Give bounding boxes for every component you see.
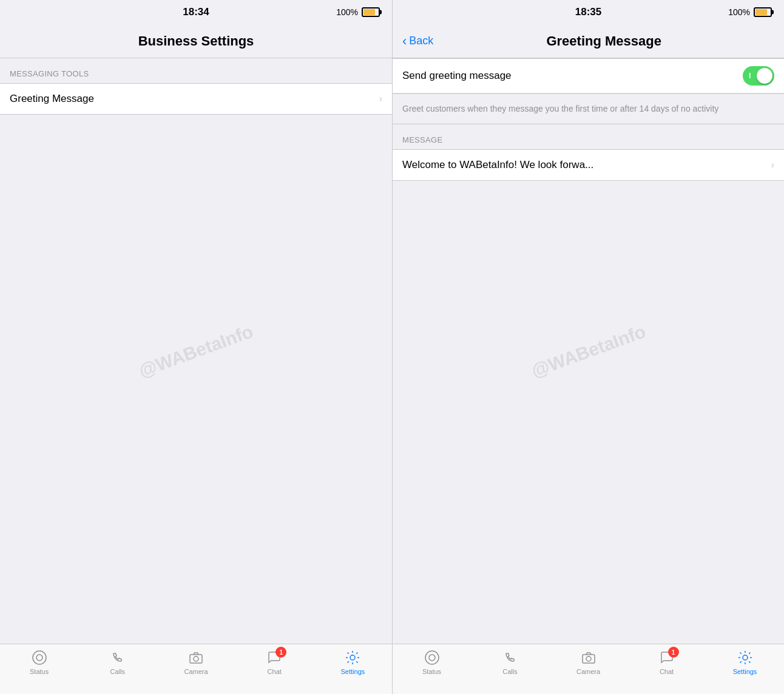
back-label: Back [409, 35, 433, 47]
back-chevron-icon: ‹ [402, 35, 407, 48]
right-watermark: @WABetaInfo [529, 321, 648, 382]
left-battery-fill [363, 9, 375, 15]
right-tab-camera-label: Camera [576, 668, 600, 675]
right-tab-settings[interactable]: Settings [706, 649, 784, 675]
left-camera-icon [188, 649, 204, 666]
left-tab-status-label: Status [30, 668, 49, 675]
right-tab-status-label: Status [422, 668, 441, 675]
right-settings-icon [737, 649, 754, 666]
left-status-icon [31, 649, 48, 666]
right-tab-chat[interactable]: 1 Chat [627, 649, 706, 675]
toggle-section: Send greeting message I [393, 58, 784, 94]
message-preview-chevron: › [771, 160, 774, 170]
left-tab-chat-label: Chat [268, 668, 282, 675]
svg-point-6 [429, 655, 435, 661]
right-battery-icon [754, 7, 772, 17]
left-tab-settings[interactable]: Settings [314, 649, 392, 675]
left-nav-bar: Business Settings [0, 24, 392, 58]
left-battery-percent: 100% [336, 7, 358, 17]
left-list-container: Greeting Message › [0, 83, 392, 115]
left-chat-icon: 1 [266, 649, 283, 666]
left-calls-icon [109, 649, 126, 666]
right-time: 18:35 [405, 6, 772, 18]
toggle-i-label: I [749, 72, 751, 80]
right-tab-status[interactable]: Status [393, 649, 471, 675]
greeting-message-label: Greeting Message [10, 93, 379, 105]
right-nav-title: Greeting Message [433, 33, 774, 49]
svg-point-0 [33, 651, 46, 664]
right-nav-bar: ‹ Back Greeting Message [393, 24, 784, 58]
svg-rect-7 [583, 655, 595, 663]
left-status-bar: 18:34 100% [0, 0, 392, 24]
send-greeting-label: Send greeting message [402, 70, 743, 82]
left-nav-title: Business Settings [10, 33, 382, 49]
left-screen: 18:34 100% Business Settings @WABetaInfo… [0, 0, 392, 694]
toggle-knob [757, 68, 772, 84]
left-settings-icon [344, 649, 361, 666]
svg-point-5 [425, 651, 439, 664]
left-tab-calls[interactable]: Calls [78, 649, 157, 675]
left-battery-icon [362, 7, 380, 17]
left-watermark: @WABetaInfo [136, 321, 255, 382]
svg-point-8 [586, 656, 591, 661]
left-tab-camera[interactable]: Camera [157, 649, 235, 675]
greeting-message-row[interactable]: Greeting Message › [0, 84, 392, 114]
right-status-icon [424, 649, 441, 666]
message-list-container: Welcome to WABetaInfo! We look forwa... … [393, 149, 784, 181]
left-content: @WABetaInfo MESSAGING TOOLS Greeting Mes… [0, 58, 392, 644]
right-chat-icon: 1 [658, 649, 675, 666]
left-status-right: 100% [336, 7, 380, 17]
svg-rect-2 [190, 655, 202, 663]
svg-point-3 [194, 656, 198, 661]
right-tab-chat-label: Chat [660, 668, 674, 675]
right-tab-calls[interactable]: Calls [471, 649, 549, 675]
greeting-message-chevron: › [379, 93, 382, 104]
right-tab-camera[interactable]: Camera [549, 649, 627, 675]
left-tab-settings-label: Settings [341, 668, 365, 675]
right-battery-percent: 100% [728, 7, 750, 17]
message-preview-row[interactable]: Welcome to WABetaInfo! We look forwa... … [393, 150, 784, 180]
svg-point-1 [36, 655, 42, 661]
right-tab-calls-label: Calls [502, 668, 517, 675]
right-battery-fill [755, 9, 767, 15]
send-greeting-row: Send greeting message I [393, 59, 784, 93]
left-time: 18:34 [12, 6, 380, 18]
right-screen: 18:35 100% ‹ Back Greeting Message @WABe… [392, 0, 784, 694]
right-tab-settings-label: Settings [733, 668, 757, 675]
svg-point-9 [743, 655, 748, 660]
left-section-header: MESSAGING TOOLS [0, 58, 392, 83]
right-status-right: 100% [728, 7, 772, 17]
right-calls-icon [502, 649, 519, 666]
left-tab-bar: Status Calls Camera [0, 644, 392, 694]
left-tab-chat[interactable]: 1 Chat [235, 649, 314, 675]
message-section-header: MESSAGE [393, 124, 784, 149]
left-tab-calls-label: Calls [110, 668, 125, 675]
left-tab-camera-label: Camera [184, 668, 208, 675]
right-status-bar: 18:35 100% [393, 0, 784, 24]
left-chat-badge: 1 [275, 647, 286, 658]
back-button[interactable]: ‹ Back [402, 35, 433, 48]
greeting-description: Greet customers when they message you th… [393, 94, 784, 124]
svg-point-4 [350, 655, 355, 660]
right-chat-badge: 1 [668, 647, 679, 658]
left-tab-status[interactable]: Status [0, 649, 78, 675]
right-tab-bar: Status Calls Camera [393, 644, 784, 694]
send-greeting-toggle[interactable]: I [743, 66, 774, 86]
right-camera-icon [580, 649, 597, 666]
message-preview-label: Welcome to WABetaInfo! We look forwa... [402, 159, 771, 171]
right-content: @WABetaInfo Send greeting message I Gree… [393, 58, 784, 644]
